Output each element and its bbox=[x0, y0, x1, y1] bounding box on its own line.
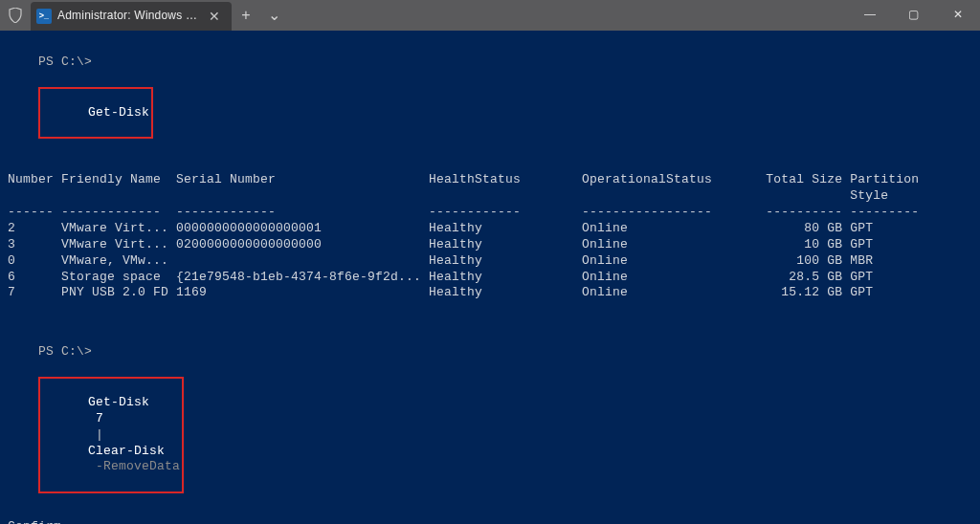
cmd-text: Clear-Disk bbox=[88, 444, 165, 458]
prompt-line-2: PS C:\> Get-Disk 7 | Clear-Disk -RemoveD… bbox=[8, 328, 972, 510]
prompt-line-1: PS C:\> Get-Disk bbox=[8, 38, 972, 155]
tab-active[interactable]: >_ Administrator: Windows PowerS ✕ bbox=[31, 2, 232, 31]
table1-row: 0 VMware, VMw... Healthy Online 100 GB M… bbox=[8, 253, 972, 270]
uac-shield-icon bbox=[0, 0, 31, 31]
prompt: PS C:\> bbox=[38, 55, 92, 69]
highlight-cmd-getdisk: Get-Disk bbox=[38, 87, 153, 140]
table1-header: Number Friendly Name Serial Number Healt… bbox=[8, 172, 972, 205]
close-button[interactable]: ✕ bbox=[936, 0, 980, 31]
tab-title: Administrator: Windows PowerS bbox=[57, 9, 201, 24]
maximize-button[interactable]: ▢ bbox=[892, 0, 936, 31]
table1-row: 2 VMware Virt... 0000000000000000001 Hea… bbox=[8, 221, 972, 237]
cmd-text: Get-Disk bbox=[88, 105, 149, 120]
table1-row: 7 PNY USB 2.0 FD 1169 Healthy Online 15.… bbox=[8, 285, 972, 301]
pipe: | bbox=[96, 427, 103, 442]
window-titlebar: >_ Administrator: Windows PowerS ✕ + ⌄ —… bbox=[0, 0, 980, 31]
powershell-icon: >_ bbox=[36, 9, 52, 24]
tab-dropdown-button[interactable]: ⌄ bbox=[260, 1, 289, 30]
cmd-text: Get-Disk bbox=[88, 395, 149, 409]
prompt: PS C:\> bbox=[38, 344, 92, 359]
tab-close-icon[interactable]: ✕ bbox=[207, 8, 222, 25]
cmd-arg: 7 bbox=[96, 411, 103, 426]
cmd-param: -RemoveData bbox=[96, 459, 180, 473]
table1-row: 3 VMware Virt... 0200000000000000000 Hea… bbox=[8, 237, 972, 253]
table1-row: 6 Storage space {21e79548-b1eb-4374-8f6e… bbox=[8, 270, 972, 286]
new-tab-button[interactable]: + bbox=[232, 1, 260, 30]
minimize-button[interactable]: — bbox=[848, 0, 892, 31]
highlight-cmd-cleardisk: Get-Disk 7 | Clear-Disk -RemoveData bbox=[38, 377, 184, 493]
confirm-title: Confirm bbox=[8, 519, 972, 524]
terminal-body[interactable]: PS C:\> Get-Disk Number Friendly Name Se… bbox=[0, 31, 980, 524]
table1-divider: ------ ------------- ------------- -----… bbox=[8, 205, 972, 221]
